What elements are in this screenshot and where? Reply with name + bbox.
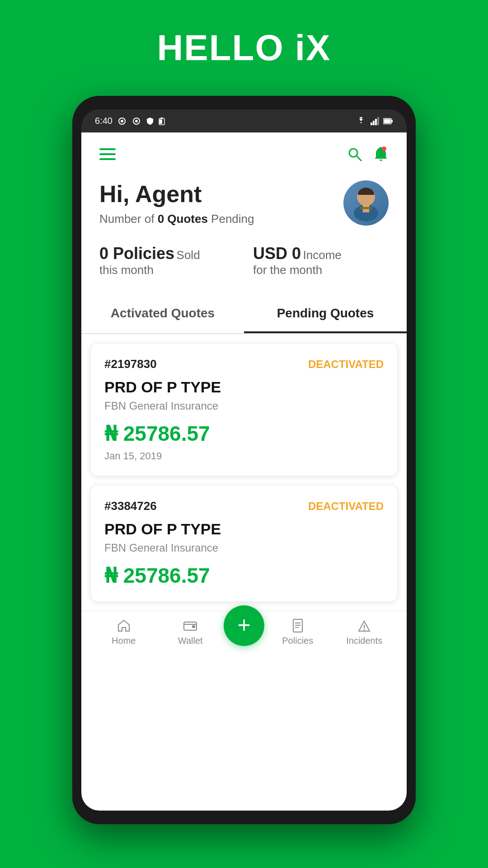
app-title: HELLO iX [157, 27, 331, 69]
search-icon[interactable] [347, 146, 362, 162]
tab-pending-quotes[interactable]: Pending Quotes [244, 295, 407, 333]
tabs-section: Activated Quotes Pending Quotes [81, 295, 407, 334]
time: 6:40 [95, 116, 113, 126]
greeting-text: Hi, Agent Number of 0 Quotes Pending [99, 180, 343, 226]
policies-icon [291, 618, 305, 633]
greeting-section: Hi, Agent Number of 0 Quotes Pending [81, 171, 407, 240]
svg-point-3 [135, 120, 138, 123]
nav-wallet[interactable]: Wallet [157, 618, 224, 646]
nav-home-label: Home [112, 636, 136, 646]
title-ix: iX [284, 28, 331, 68]
policies-stat: 0 Policies Sold this month [99, 244, 235, 277]
nav-home[interactable]: Home [90, 618, 157, 646]
svg-rect-10 [377, 117, 379, 125]
card-company: FBN General Insurance [104, 542, 384, 554]
app-wrapper: HELLO iX 6:40 [0, 0, 488, 868]
card-header: #3384726 DEACTIVATED [104, 499, 384, 513]
status-right [355, 117, 393, 125]
svg-point-1 [121, 120, 123, 123]
tab-activated-quotes[interactable]: Activated Quotes [81, 295, 244, 333]
policies-sublabel: this month [99, 263, 235, 277]
quotes-suffix: Pending [211, 212, 254, 226]
bottom-nav: Home Wallet + [81, 611, 407, 655]
incidents-icon [357, 618, 371, 633]
card-date: Jan 15, 2019 [104, 450, 384, 462]
title-hello: HELLO [157, 28, 284, 68]
svg-rect-12 [391, 120, 393, 123]
income-amount: USD 0 [253, 244, 301, 263]
avatar [343, 180, 389, 226]
top-bar [81, 132, 407, 171]
svg-rect-9 [375, 119, 377, 125]
card-amount-partial: ₦ 25786.57 [104, 563, 384, 588]
income-sublabel: for the month [253, 263, 389, 277]
svg-line-15 [357, 156, 361, 160]
nav-incidents-label: Incidents [346, 636, 382, 646]
income-label: Income [303, 248, 341, 262]
card-status: DEACTIVATED [308, 500, 384, 513]
nav-policies-label: Policies [282, 636, 313, 646]
quote-card[interactable]: #2197830 DEACTIVATED PRD OF P TYPE FBN G… [90, 343, 398, 476]
card-number: #3384726 [104, 499, 157, 513]
top-bar-right [347, 146, 389, 162]
stats-section: 0 Policies Sold this month USD 0 Income … [81, 240, 407, 291]
quotes-prefix: Number of [99, 212, 154, 226]
settings2-icon [131, 117, 141, 125]
status-bar: 6:40 [81, 109, 407, 132]
policies-count: 0 Policies [99, 244, 174, 263]
svg-rect-7 [371, 123, 372, 125]
battery-icon [159, 117, 165, 125]
battery2-icon [383, 117, 393, 125]
quote-card[interactable]: #3384726 DEACTIVATED PRD OF P TYPE FBN G… [90, 485, 398, 602]
card-status: DEACTIVATED [308, 358, 384, 371]
wifi-icon [355, 117, 367, 125]
menu-button[interactable] [99, 148, 116, 160]
svg-rect-8 [373, 121, 375, 125]
income-stat: USD 0 Income for the month [253, 244, 389, 277]
svg-point-16 [382, 146, 386, 151]
card-header: #2197830 DEACTIVATED [104, 357, 384, 371]
add-icon: + [237, 613, 250, 636]
nav-incidents[interactable]: Incidents [331, 618, 398, 646]
signal-icon [371, 117, 380, 125]
svg-point-30 [364, 629, 365, 631]
svg-rect-20 [360, 207, 372, 209]
cards-section: #2197830 DEACTIVATED PRD OF P TYPE FBN G… [81, 334, 407, 611]
bell-icon[interactable] [373, 146, 389, 162]
card-company: FBN General Insurance [104, 400, 384, 412]
policies-label: Sold [177, 248, 200, 262]
card-number: #2197830 [104, 357, 157, 371]
greeting-name: Hi, Agent [99, 180, 343, 208]
svg-rect-5 [160, 118, 163, 119]
phone-screen: Hi, Agent Number of 0 Quotes Pending [81, 132, 407, 811]
wallet-icon [183, 618, 197, 633]
svg-rect-23 [192, 625, 195, 628]
card-product-name: PRD OF P TYPE [104, 378, 384, 396]
svg-rect-6 [160, 119, 162, 124]
shield-icon [146, 117, 154, 125]
nav-policies[interactable]: Policies [264, 618, 331, 646]
phone-frame: 6:40 [72, 96, 416, 824]
nav-add-button[interactable]: + [224, 605, 264, 646]
svg-rect-13 [384, 119, 391, 123]
greeting-subtitle: Number of 0 Quotes Pending [99, 212, 343, 226]
nav-wallet-label: Wallet [178, 636, 203, 646]
status-left: 6:40 [95, 116, 165, 126]
card-amount: ₦ 25786.57 [104, 421, 384, 446]
quotes-count: 0 Quotes [158, 212, 208, 226]
home-icon [117, 618, 131, 633]
settings-icon [117, 117, 127, 125]
card-product-name: PRD OF P TYPE [104, 520, 384, 538]
